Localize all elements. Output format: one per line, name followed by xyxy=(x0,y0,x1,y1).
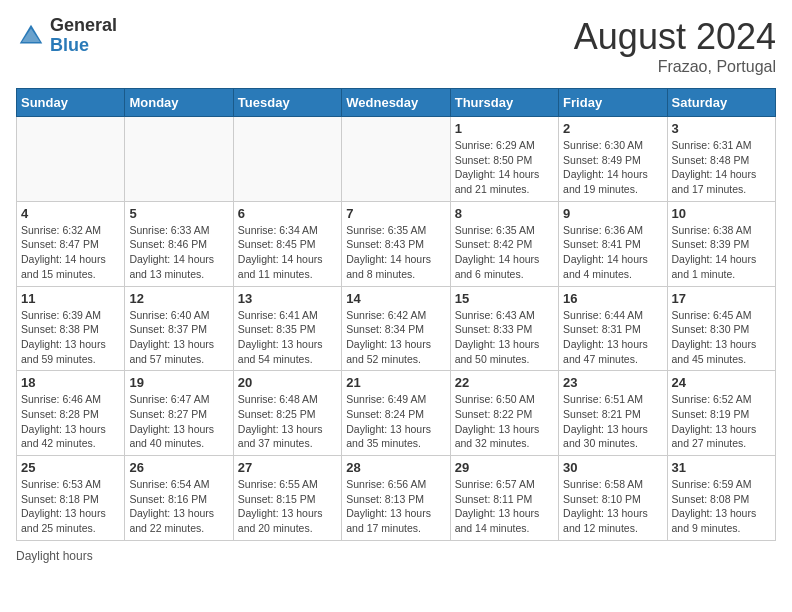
day-number: 1 xyxy=(455,121,554,136)
day-number: 12 xyxy=(129,291,228,306)
day-info: Sunrise: 6:44 AM Sunset: 8:31 PM Dayligh… xyxy=(563,308,662,367)
day-info: Sunrise: 6:39 AM Sunset: 8:38 PM Dayligh… xyxy=(21,308,120,367)
day-info: Sunrise: 6:52 AM Sunset: 8:19 PM Dayligh… xyxy=(672,392,771,451)
calendar-cell: 26Sunrise: 6:54 AM Sunset: 8:16 PM Dayli… xyxy=(125,456,233,541)
day-info: Sunrise: 6:31 AM Sunset: 8:48 PM Dayligh… xyxy=(672,138,771,197)
day-number: 18 xyxy=(21,375,120,390)
calendar-cell: 31Sunrise: 6:59 AM Sunset: 8:08 PM Dayli… xyxy=(667,456,775,541)
calendar-cell: 8Sunrise: 6:35 AM Sunset: 8:42 PM Daylig… xyxy=(450,201,558,286)
day-number: 16 xyxy=(563,291,662,306)
day-info: Sunrise: 6:32 AM Sunset: 8:47 PM Dayligh… xyxy=(21,223,120,282)
day-number: 31 xyxy=(672,460,771,475)
calendar-week-row: 4Sunrise: 6:32 AM Sunset: 8:47 PM Daylig… xyxy=(17,201,776,286)
calendar-cell: 18Sunrise: 6:46 AM Sunset: 8:28 PM Dayli… xyxy=(17,371,125,456)
day-number: 29 xyxy=(455,460,554,475)
day-number: 24 xyxy=(672,375,771,390)
calendar-cell: 13Sunrise: 6:41 AM Sunset: 8:35 PM Dayli… xyxy=(233,286,341,371)
day-number: 26 xyxy=(129,460,228,475)
logo-icon xyxy=(16,21,46,51)
day-info: Sunrise: 6:58 AM Sunset: 8:10 PM Dayligh… xyxy=(563,477,662,536)
day-info: Sunrise: 6:54 AM Sunset: 8:16 PM Dayligh… xyxy=(129,477,228,536)
calendar-cell: 3Sunrise: 6:31 AM Sunset: 8:48 PM Daylig… xyxy=(667,117,775,202)
calendar-cell: 28Sunrise: 6:56 AM Sunset: 8:13 PM Dayli… xyxy=(342,456,450,541)
calendar-day-header: Friday xyxy=(559,89,667,117)
location-subtitle: Frazao, Portugal xyxy=(574,58,776,76)
page-header: General Blue August 2024 Frazao, Portuga… xyxy=(16,16,776,76)
calendar-day-header: Tuesday xyxy=(233,89,341,117)
day-info: Sunrise: 6:33 AM Sunset: 8:46 PM Dayligh… xyxy=(129,223,228,282)
logo-general-text: General xyxy=(50,16,117,36)
calendar-cell: 27Sunrise: 6:55 AM Sunset: 8:15 PM Dayli… xyxy=(233,456,341,541)
logo-blue-text: Blue xyxy=(50,36,117,56)
calendar-day-header: Sunday xyxy=(17,89,125,117)
calendar-body: 1Sunrise: 6:29 AM Sunset: 8:50 PM Daylig… xyxy=(17,117,776,541)
calendar-cell: 12Sunrise: 6:40 AM Sunset: 8:37 PM Dayli… xyxy=(125,286,233,371)
day-number: 21 xyxy=(346,375,445,390)
day-number: 6 xyxy=(238,206,337,221)
month-title: August 2024 xyxy=(574,16,776,58)
day-number: 4 xyxy=(21,206,120,221)
logo: General Blue xyxy=(16,16,117,56)
day-number: 9 xyxy=(563,206,662,221)
calendar-day-header: Monday xyxy=(125,89,233,117)
calendar-cell xyxy=(342,117,450,202)
calendar-cell xyxy=(17,117,125,202)
day-number: 25 xyxy=(21,460,120,475)
calendar-cell: 23Sunrise: 6:51 AM Sunset: 8:21 PM Dayli… xyxy=(559,371,667,456)
calendar-cell: 6Sunrise: 6:34 AM Sunset: 8:45 PM Daylig… xyxy=(233,201,341,286)
calendar-cell: 29Sunrise: 6:57 AM Sunset: 8:11 PM Dayli… xyxy=(450,456,558,541)
calendar-cell: 20Sunrise: 6:48 AM Sunset: 8:25 PM Dayli… xyxy=(233,371,341,456)
calendar-cell: 25Sunrise: 6:53 AM Sunset: 8:18 PM Dayli… xyxy=(17,456,125,541)
calendar-cell: 1Sunrise: 6:29 AM Sunset: 8:50 PM Daylig… xyxy=(450,117,558,202)
footer-note: Daylight hours xyxy=(16,549,776,563)
day-number: 27 xyxy=(238,460,337,475)
day-info: Sunrise: 6:59 AM Sunset: 8:08 PM Dayligh… xyxy=(672,477,771,536)
calendar-cell: 24Sunrise: 6:52 AM Sunset: 8:19 PM Dayli… xyxy=(667,371,775,456)
calendar-cell: 30Sunrise: 6:58 AM Sunset: 8:10 PM Dayli… xyxy=(559,456,667,541)
calendar-cell: 21Sunrise: 6:49 AM Sunset: 8:24 PM Dayli… xyxy=(342,371,450,456)
day-info: Sunrise: 6:40 AM Sunset: 8:37 PM Dayligh… xyxy=(129,308,228,367)
day-number: 20 xyxy=(238,375,337,390)
day-number: 2 xyxy=(563,121,662,136)
calendar-cell: 19Sunrise: 6:47 AM Sunset: 8:27 PM Dayli… xyxy=(125,371,233,456)
day-info: Sunrise: 6:47 AM Sunset: 8:27 PM Dayligh… xyxy=(129,392,228,451)
calendar-cell: 10Sunrise: 6:38 AM Sunset: 8:39 PM Dayli… xyxy=(667,201,775,286)
day-number: 10 xyxy=(672,206,771,221)
day-info: Sunrise: 6:35 AM Sunset: 8:42 PM Dayligh… xyxy=(455,223,554,282)
daylight-hours-label: Daylight hours xyxy=(16,549,93,563)
title-area: August 2024 Frazao, Portugal xyxy=(574,16,776,76)
day-info: Sunrise: 6:50 AM Sunset: 8:22 PM Dayligh… xyxy=(455,392,554,451)
day-info: Sunrise: 6:53 AM Sunset: 8:18 PM Dayligh… xyxy=(21,477,120,536)
calendar-table: SundayMondayTuesdayWednesdayThursdayFrid… xyxy=(16,88,776,541)
calendar-day-header: Wednesday xyxy=(342,89,450,117)
day-number: 17 xyxy=(672,291,771,306)
day-info: Sunrise: 6:42 AM Sunset: 8:34 PM Dayligh… xyxy=(346,308,445,367)
calendar-cell: 7Sunrise: 6:35 AM Sunset: 8:43 PM Daylig… xyxy=(342,201,450,286)
day-number: 5 xyxy=(129,206,228,221)
day-number: 22 xyxy=(455,375,554,390)
day-info: Sunrise: 6:46 AM Sunset: 8:28 PM Dayligh… xyxy=(21,392,120,451)
calendar-cell: 16Sunrise: 6:44 AM Sunset: 8:31 PM Dayli… xyxy=(559,286,667,371)
day-info: Sunrise: 6:36 AM Sunset: 8:41 PM Dayligh… xyxy=(563,223,662,282)
logo-text: General Blue xyxy=(50,16,117,56)
day-number: 3 xyxy=(672,121,771,136)
day-number: 23 xyxy=(563,375,662,390)
calendar-cell: 9Sunrise: 6:36 AM Sunset: 8:41 PM Daylig… xyxy=(559,201,667,286)
calendar-cell: 4Sunrise: 6:32 AM Sunset: 8:47 PM Daylig… xyxy=(17,201,125,286)
day-info: Sunrise: 6:41 AM Sunset: 8:35 PM Dayligh… xyxy=(238,308,337,367)
day-info: Sunrise: 6:51 AM Sunset: 8:21 PM Dayligh… xyxy=(563,392,662,451)
calendar-day-header: Saturday xyxy=(667,89,775,117)
calendar-cell: 5Sunrise: 6:33 AM Sunset: 8:46 PM Daylig… xyxy=(125,201,233,286)
day-number: 15 xyxy=(455,291,554,306)
calendar-cell: 11Sunrise: 6:39 AM Sunset: 8:38 PM Dayli… xyxy=(17,286,125,371)
day-number: 19 xyxy=(129,375,228,390)
calendar-cell: 22Sunrise: 6:50 AM Sunset: 8:22 PM Dayli… xyxy=(450,371,558,456)
calendar-cell xyxy=(233,117,341,202)
calendar-week-row: 1Sunrise: 6:29 AM Sunset: 8:50 PM Daylig… xyxy=(17,117,776,202)
day-info: Sunrise: 6:34 AM Sunset: 8:45 PM Dayligh… xyxy=(238,223,337,282)
day-number: 30 xyxy=(563,460,662,475)
day-info: Sunrise: 6:38 AM Sunset: 8:39 PM Dayligh… xyxy=(672,223,771,282)
day-info: Sunrise: 6:57 AM Sunset: 8:11 PM Dayligh… xyxy=(455,477,554,536)
day-info: Sunrise: 6:55 AM Sunset: 8:15 PM Dayligh… xyxy=(238,477,337,536)
day-info: Sunrise: 6:29 AM Sunset: 8:50 PM Dayligh… xyxy=(455,138,554,197)
